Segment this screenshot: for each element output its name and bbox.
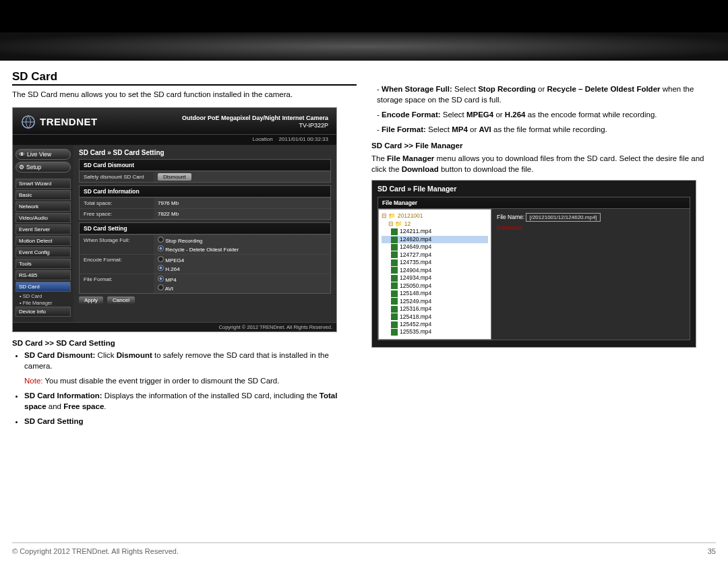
file-icon	[391, 282, 398, 289]
file-icon	[391, 306, 398, 313]
file-item[interactable]: 124904.mp4	[382, 267, 488, 274]
product-name: Outdoor PoE Megapixel Day/Night Internet…	[182, 115, 328, 123]
file-tree[interactable]: ⊟ 📁 20121001 ⊟ 📁 12 124211.mp4124620.mp4…	[378, 209, 491, 340]
total-space-label: Total space:	[80, 198, 154, 208]
nav-basic[interactable]: Basic	[16, 190, 71, 200]
left-column: SD Card The SD Card menu allows you to s…	[12, 70, 357, 431]
group-info: SD Card Information Total space: 7976 Mb…	[79, 185, 331, 220]
panel-title: SD Card » SD Card Setting	[79, 149, 331, 156]
tree-root[interactable]: ⊟ 📁 20121001	[382, 212, 488, 220]
right-column: When Storage Full: Select Stop Recording…	[371, 70, 716, 431]
bullet-setting: SD Card Setting	[24, 416, 357, 427]
file-item[interactable]: 125148.mp4	[382, 290, 488, 297]
file-item[interactable]: 125249.mp4	[382, 298, 488, 305]
nav-tools[interactable]: Tools	[16, 259, 71, 269]
header-title-right: TV-IP322P	[667, 45, 716, 57]
nav-network[interactable]: Network	[16, 201, 71, 212]
setup-button[interactable]: ⚙ Setup	[16, 162, 71, 173]
file-item[interactable]: 125418.mp4	[382, 313, 488, 321]
bullet-encode-format: Encode Format: Select MPEG4 or H.264 as …	[377, 109, 716, 120]
nav-rs485[interactable]: RS-485	[16, 270, 71, 280]
file-item[interactable]: 124735.mp4	[382, 259, 488, 266]
header-band: TRENDnet User's Guide TV-IP322P	[0, 0, 728, 61]
location-label: Location	[252, 136, 272, 142]
nav-smart-wizard[interactable]: Smart Wizard	[16, 179, 71, 189]
page-footer: © Copyright 2012 TRENDnet. All Rights Re…	[12, 542, 716, 555]
footer-page-number: 35	[708, 547, 716, 555]
location-line: Location 2011/01/01 00:32:33	[13, 134, 336, 145]
nav-sd-card[interactable]: SD Card	[16, 282, 71, 292]
bullet-info: SD Card Information: Displays the inform…	[24, 390, 357, 412]
file-icon	[391, 329, 398, 336]
radio-h264[interactable]	[158, 265, 164, 271]
radio-avi[interactable]	[158, 284, 164, 290]
file-item[interactable]: 124727.mp4	[382, 251, 488, 259]
file-item[interactable]: 125050.mp4	[382, 282, 488, 290]
radio-stop-recording[interactable]	[158, 237, 164, 243]
group-info-legend: SD Card Information	[80, 186, 330, 197]
note-text: You must disable the event trigger in or…	[43, 377, 280, 385]
ui-copyright: Copyright © 2012 TRENDnet. All Rights Re…	[13, 322, 336, 332]
file-icon	[391, 244, 398, 251]
screenshot-file-manager: SD Card » File Manager File Manager ⊟ 📁 …	[371, 180, 696, 348]
group-dismount: SD Card Dismount Safely dismount SD Card…	[79, 159, 331, 183]
side-nav: 👁 Live View ⚙ Setup Smart Wizard Basic N…	[13, 145, 73, 322]
file-name-row: File Name: [/20121001/12/124620.mp4]	[497, 213, 684, 222]
subnav-sd-card[interactable]: • SD Card	[16, 293, 71, 299]
timestamp: 2011/01/01 00:32:33	[279, 136, 328, 142]
group-dismount-legend: SD Card Dismount	[80, 160, 330, 171]
subnav-file-manager[interactable]: • File Manager	[16, 300, 71, 306]
radio-recycle[interactable]	[158, 245, 164, 251]
bullet-dismount: SD Card Dismount: Click Dismount to safe…	[24, 350, 357, 386]
file-item[interactable]: 125535.mp4	[382, 328, 488, 336]
file-icon	[391, 321, 398, 328]
live-view-button[interactable]: 👁 Live View	[16, 149, 71, 160]
note-label: Note:	[24, 377, 43, 385]
file-path: [/20121001/12/124620.mp4]	[526, 213, 600, 222]
file-icon	[391, 298, 398, 305]
file-item[interactable]: 124211.mp4	[382, 228, 488, 235]
file-item[interactable]: 125316.mp4	[382, 305, 488, 313]
globe-icon	[21, 115, 36, 129]
file-item[interactable]: 124649.mp4	[382, 243, 488, 251]
gear-icon: ⚙	[19, 164, 24, 170]
fm-legend: File Manager	[378, 197, 690, 209]
total-space-value: 7976 Mb	[154, 198, 330, 208]
eye-icon: 👁	[19, 151, 25, 158]
radio-mp4[interactable]	[158, 276, 164, 282]
file-item[interactable]: 125452.mp4	[382, 321, 488, 328]
nav-video-audio[interactable]: Video/Audio	[16, 213, 71, 223]
group-setting: SD Card Setting When Storage Full: Stop …	[79, 222, 331, 294]
file-icon	[391, 275, 398, 282]
nav-motion-detect[interactable]: Motion Detect	[16, 236, 71, 246]
file-format-label: File Format:	[80, 274, 154, 293]
file-item[interactable]: 124934.mp4	[382, 274, 488, 282]
section-heading-sd-card: SD Card	[12, 70, 357, 86]
storage-full-label: When Storage Full:	[80, 235, 154, 254]
nav-event-config[interactable]: Event Config	[16, 247, 71, 257]
file-name-label: File Name:	[497, 214, 524, 220]
bullet-file-format: File Format: Select MP4 or AVI as the fi…	[377, 124, 716, 135]
tree-subfolder[interactable]: ⊟ 📁 12	[382, 220, 488, 228]
intro-text: The SD Card menu allows you to set the S…	[12, 90, 357, 100]
file-icon	[391, 290, 398, 297]
apply-button[interactable]: Apply	[79, 296, 103, 304]
file-item[interactable]: 124620.mp4	[382, 236, 488, 243]
fm-panel-title: SD Card » File Manager	[372, 181, 696, 197]
nav-event-server[interactable]: Event Server	[16, 224, 71, 235]
radio-mpeg4[interactable]	[158, 256, 164, 262]
group-setting-legend: SD Card Setting	[80, 223, 330, 235]
file-icon	[391, 251, 398, 258]
file-icon	[391, 313, 398, 320]
dismount-button[interactable]: Dismount	[158, 173, 191, 181]
download-link[interactable]: Download	[497, 224, 522, 231]
file-icon	[391, 267, 398, 274]
nav-device-info[interactable]: Device Info	[16, 307, 71, 317]
brand-logo: TRENDNET	[21, 115, 98, 129]
brand-name: TRENDNET	[40, 116, 98, 127]
cancel-button[interactable]: Cancel	[107, 296, 135, 304]
encode-format-label: Encode Format:	[80, 255, 154, 274]
subhead-file-manager: SD Card >> File Manager	[371, 142, 716, 150]
file-icon	[391, 237, 398, 243]
file-icon	[391, 259, 398, 266]
